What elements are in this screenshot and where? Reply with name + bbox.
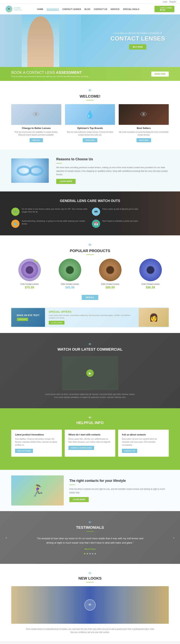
helpful-btn-2[interactable]: CONTACT LENSES GUIDE [68,446,94,450]
product-price-3: $89.99 [92,286,128,289]
helpful-title: HELPFUL INFO [11,421,169,425]
special-right-image: 👩 [139,308,169,327]
product-4: Color Contact Lenses $86.99 [132,259,169,289]
assessment-banner: BOOK A CONTACT LENS ASSESSMENT Find out … [0,67,180,81]
register-link[interactable]: Register [169,1,176,3]
new-looks-icon: 👁 [88,571,92,575]
nav-contact-us[interactable]: CONTACT US [94,8,107,10]
card-btn-3[interactable]: SHOP NOW [137,138,151,142]
product-2: Color Contact Lenses $45.99 [52,259,88,289]
dot-3[interactable] [89,553,91,554]
helpful-btn-1[interactable]: FIND OUT MORE [15,449,33,453]
next-testimonial-button[interactable]: › [173,535,174,540]
product-3: Color Contact Lenses $89.99 [92,259,128,289]
testimonials-dots [19,553,161,554]
new-looks-title: NEW LOOKS [11,576,169,580]
hero-image [0,14,81,67]
watchout-3: 💧 Avoid swimming, showering, or going in… [11,220,88,228]
logo-text: LENSES CONTACT [14,7,22,11]
lifestyle-btn[interactable]: LEARN MORE [69,497,89,502]
testimonials-title: TESTIMONIALS [19,525,161,530]
special-offer-btn[interactable]: LEARN MORE [49,321,64,324]
watchouts-grid: 👓 Do not sleep in your lenses unless you… [11,208,169,228]
watchout-icon-4: 📅 [92,220,100,228]
navbar: 👁 LENSES CONTACT HOME INSURANCE CONTACT … [0,4,180,14]
card-image-3: 👁 [119,104,169,125]
testimonials-author: Maria Popa [19,548,161,550]
cart-label: CART: 0 ITEMS [160,7,172,9]
card-btn-2[interactable]: SHOP NOW [83,138,97,142]
helpful-section: 👁 HELPFUL INFO Latest product innovation… [0,408,180,470]
cart-value: $0.00 [160,9,172,11]
card-image-2: 💧 [65,104,115,125]
hero-subtitle: Let us help you discover the freedom and… [110,32,165,34]
prev-testimonial-button[interactable]: ‹ [6,535,7,540]
assessment-book-button[interactable]: BOOK NOW [151,72,169,76]
product-1: NEW Color Contact Lenses $75.99 [11,259,48,289]
watchout-2: 🕶 Keep a back-up pair of glasses just in… [92,208,169,216]
special-offer-title: SPECIAL OFFERS [49,310,135,313]
welcome-title: WELCOME! [11,94,169,98]
product-name-1: Color Contact Lenses [11,283,48,285]
nav-insurance[interactable]: INSURANCE [47,8,59,11]
top-bar: Login Register [0,0,180,4]
product-img-2 [59,259,81,281]
welcome-cards: 👁 Change to Better Lenses Find out what … [11,104,169,142]
play-button[interactable]: ▶ [86,370,94,377]
reasons-content: Reasons to Choose Us We have been provid… [56,157,169,184]
nav-blog[interactable]: BLOG [84,8,90,10]
lifestyle-text: Find out which contacts are just right f… [69,487,169,494]
card-btn-1[interactable]: FIND OUT [30,138,43,142]
product-badge-1: NEW [34,260,40,262]
dot-1[interactable] [84,553,85,554]
nav-contact-lenses[interactable]: CONTACT LENSES [62,8,81,10]
special-eye-btn[interactable]: SHOP NOW [17,318,28,321]
new-looks-image: 👁 [11,586,169,624]
view-all-button[interactable]: VIEW ALL [82,295,98,300]
nav-home[interactable]: HOME [37,8,43,10]
helpful-card-2: Where do I start with contacts Donec qua… [65,430,115,457]
helpful-card-text-2: Donec quam felis, ultricies nec, pellent… [68,438,112,444]
reasons-text: We have been providing premium contact l… [56,166,169,176]
testimonials-section: 👁 TESTIMONIALS "I'm amazed at how clear … [0,511,180,564]
special-offer-text: Lorem ipsum dolor sit amet, consectetuer… [49,314,135,319]
special-left: MAKE AN EYE TEST! SHOP NOW [11,308,45,327]
product-img-1: NEW [18,259,41,281]
helpful-card-1: Latest product innovations Cras dapibus.… [11,430,62,457]
card-title-3: Best Sellers [119,127,169,130]
card-title-1: Change to Better Lenses [11,127,61,130]
hero-content: Let us help you discover the freedom and… [110,32,165,50]
dot-2[interactable] [87,553,88,554]
product-name-2: Color Contact Lenses [52,283,88,285]
nav-special-deals[interactable]: SPECIAL DEALS [123,8,140,10]
logo-icon: 👁 [6,6,12,12]
helpful-icon: 👁 [88,416,92,420]
assessment-description: Find out which type of contact lenses ar… [11,76,89,78]
new-looks-play-btn[interactable]: 👁 [84,599,96,610]
welcome-card-3: 👁 Best Sellers We pride ourselves on rec… [119,104,169,142]
helpful-btn-3[interactable]: CONTACT US [122,449,137,453]
dot-5[interactable] [95,553,96,554]
helpful-card-title-2: Where do I start with contacts [68,434,112,436]
card-image-1: 👁 [11,104,61,125]
cart-icon: 🛒 [157,8,159,10]
testimonials-icon: 👁 [88,520,92,524]
products-title: POPULAR PRODUCTS [11,249,169,253]
product-name-3: Color Contact Lenses [92,283,128,285]
product-img-3 [99,259,122,281]
dot-4[interactable] [92,553,93,554]
watchouts-section: GENERAL LENS CARE WATCH OUTS 👓 Do not sl… [0,192,180,236]
watchout-icon-1: 👓 [11,208,19,216]
new-looks-section: 👁 NEW LOOKS 👁 From contact lenses in a b… [0,564,180,641]
nav-links: HOME INSURANCE CONTACT LENSES BLOG CONTA… [37,8,139,10]
cart-button[interactable]: 🛒 CART: 0 ITEMS $0.00 [155,6,174,12]
login-link[interactable]: Login [163,1,167,3]
card-title-2: Optician's Top Brands [65,127,115,130]
nav-service[interactable]: SERVICE [110,8,119,10]
hero-section: Let us help you discover the freedom and… [0,14,180,67]
reasons-learn-button[interactable]: LEARN MORE [56,179,76,184]
video-caption: Lorem ipsum dolor sit amet, consectetuer… [43,393,137,399]
special-eye-title: MAKE AN EYE TEST! [17,314,39,317]
hero-buy-button[interactable]: BUY NOW [129,44,147,50]
logo[interactable]: 👁 LENSES CONTACT [6,6,22,12]
